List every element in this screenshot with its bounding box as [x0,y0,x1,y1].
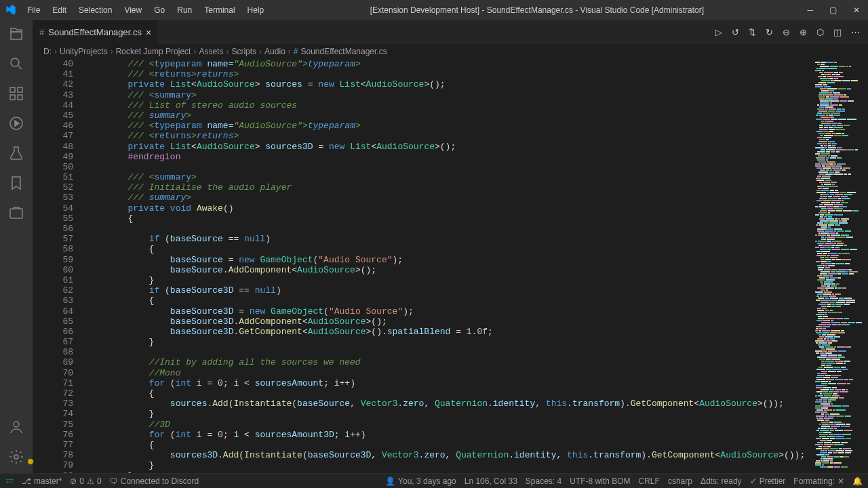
svg-point-8 [14,455,18,459]
diff-next-icon[interactable]: ⊕ [800,27,807,37]
window-title: [Extension Development Host] - SoundEffe… [269,5,804,15]
menu-run[interactable]: Run [172,3,197,18]
svg-rect-3 [10,95,15,100]
menu-go[interactable]: Go [149,3,170,18]
prettier[interactable]: ✓ Prettier [750,476,786,486]
compare-icon[interactable]: ⇅ [749,27,756,37]
breadcrumb-item[interactable]: Scripts [231,47,256,56]
extensions-icon[interactable] [8,85,24,102]
menu-terminal[interactable]: Terminal [199,3,240,18]
dts[interactable]: Δdts: ready [701,476,742,486]
problems[interactable]: ⊘ 0 ⚠ 0 [70,476,101,486]
revert-icon[interactable]: ↻ [766,27,773,37]
svg-point-0 [11,58,19,66]
line-gutter: 4041424344454647484950515253545556575859… [33,59,85,473]
breadcrumb-item[interactable]: SoundEffectManager.cs [301,47,387,56]
code-content[interactable]: /// <typeparam name="AudioSource">typepa… [85,59,814,473]
menu-view[interactable]: View [119,3,147,18]
search-icon[interactable] [8,56,24,72]
breadcrumbs[interactable]: D:› UnityProjects› Rocket Jump Project› … [33,44,868,59]
restart-icon[interactable]: ↺ [732,27,739,37]
run-debug-icon[interactable] [8,115,24,131]
close-icon[interactable]: ✕ [850,5,863,15]
more-icon[interactable]: ⋯ [851,27,860,37]
discord-status[interactable]: 🗨 Connected to Discord [110,476,199,486]
menu-selection[interactable]: Selection [73,3,117,18]
cursor-position[interactable]: Ln 106, Col 33 [465,476,517,486]
eol[interactable]: CRLF [639,476,660,486]
project-icon[interactable] [8,205,24,221]
window-controls: ─ ▢ ✕ [804,5,863,15]
hexagon-icon[interactable]: ⬡ [816,27,824,37]
breadcrumb-item[interactable]: Audio [264,47,285,56]
svg-rect-6 [10,209,22,218]
bookmark-icon[interactable] [8,175,24,191]
menu-bar: File Edit Selection View Go Run Terminal… [22,3,269,18]
svg-rect-2 [18,87,22,92]
bell-icon[interactable]: 🔔 [852,476,863,486]
tab-close-icon[interactable]: × [146,27,151,38]
activity-bar [0,20,33,473]
settings-icon[interactable] [8,449,24,465]
titlebar: File Edit Selection View Go Run Terminal… [0,0,868,20]
status-bar: ⮂ ⎇ master* ⊘ 0 ⚠ 0 🗨 Connected to Disco… [0,473,868,488]
editor-actions: ▷ ↺ ⇅ ↻ ⊖ ⊕ ⬡ ◫ ⋯ [715,27,868,37]
svg-rect-4 [18,95,22,100]
menu-edit[interactable]: Edit [47,3,72,18]
menu-help[interactable]: Help [242,3,270,18]
vscode-icon [5,5,16,16]
git-branch[interactable]: ⎇ master* [22,476,62,486]
play-icon[interactable]: ▷ [715,27,722,37]
language[interactable]: csharp [668,476,692,486]
svg-point-7 [14,422,19,427]
code-editor[interactable]: 4041424344454647484950515253545556575859… [33,59,868,473]
split-icon[interactable]: ◫ [833,27,842,37]
formatting[interactable]: Formatting: ✕ [793,476,844,486]
test-icon[interactable] [8,145,24,161]
breadcrumb-item[interactable]: Rocket Jump Project [116,47,191,56]
diff-prev-icon[interactable]: ⊖ [783,27,790,37]
editor-area: # SoundEffectManager.cs × ▷ ↺ ⇅ ↻ ⊖ ⊕ ⬡ … [33,20,868,473]
breadcrumb-item[interactable]: UnityProjects [60,47,108,56]
remote-icon[interactable]: ⮂ [5,476,14,486]
git-blame[interactable]: 👤 You, 3 days ago [385,476,456,486]
encoding[interactable]: UTF-8 with BOM [570,476,630,486]
maximize-icon[interactable]: ▢ [827,5,840,15]
breadcrumb-item[interactable]: D: [43,47,52,56]
minimize-icon[interactable]: ─ [804,5,816,15]
minimap[interactable] [814,59,868,473]
accounts-icon[interactable] [8,419,24,435]
tab-bar: # SoundEffectManager.cs × ▷ ↺ ⇅ ↻ ⊖ ⊕ ⬡ … [33,20,868,44]
explorer-icon[interactable] [8,26,24,42]
tab-label: SoundEffectManager.cs [48,27,142,37]
indent[interactable]: Spaces: 4 [526,476,561,486]
menu-file[interactable]: File [22,3,45,18]
csharp-file-icon: # [39,27,44,37]
breadcrumb-item[interactable]: Assets [199,47,223,56]
svg-rect-1 [10,87,15,92]
tab-soundeffectmanager[interactable]: # SoundEffectManager.cs × [33,20,158,44]
